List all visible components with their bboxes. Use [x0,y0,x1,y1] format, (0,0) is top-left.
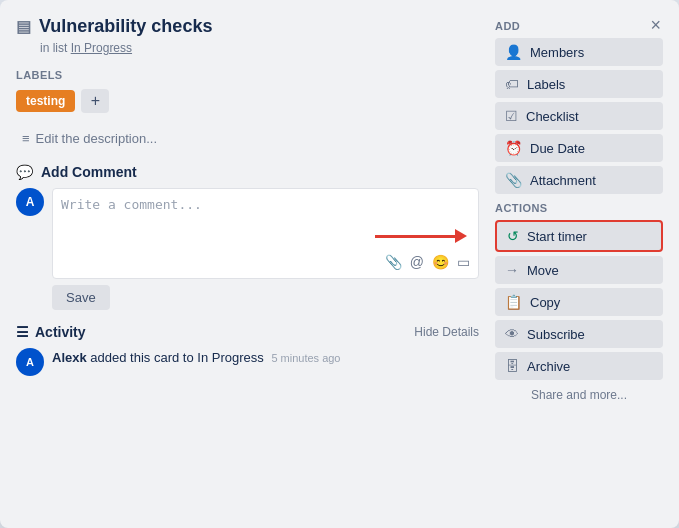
attachment-label: Attachment [530,173,596,188]
archive-button[interactable]: 🗄 Archive [495,352,663,380]
add-label-button[interactable]: + [81,89,109,113]
members-label: Members [530,45,584,60]
card-title: Vulnerability checks [39,16,212,37]
add-section-title: Add [495,20,663,32]
card-modal: × ▤ Vulnerability checks in list In Prog… [0,0,679,528]
activity-title: ☰ Activity [16,324,86,340]
modal-right: Add 👤 Members 🏷 Labels ☑ Checklist ⏰ Due… [495,16,663,406]
move-icon: → [505,262,519,278]
copy-icon: 📋 [505,294,522,310]
activity-header: ☰ Activity Hide Details [16,324,479,340]
due-date-icon: ⏰ [505,140,522,156]
attachment-icon[interactable]: 📎 [385,254,402,270]
due-date-button[interactable]: ⏰ Due Date [495,134,663,162]
in-list-link[interactable]: In Progress [71,41,132,55]
activity-icon: ☰ [16,324,29,340]
subscribe-icon: 👁 [505,326,519,342]
save-comment-button[interactable]: Save [52,285,110,310]
start-timer-button[interactable]: ↺ Start timer [495,220,663,252]
activity-text: Alexk added this card to In Progress 5 m… [52,348,341,368]
user-avatar: A [16,188,44,216]
add-comment-header: 💬 Add Comment [16,164,479,180]
close-button[interactable]: × [644,12,667,38]
subscribe-button[interactable]: 👁 Subscribe [495,320,663,348]
red-arrow [375,229,467,243]
mention-icon[interactable]: @ [410,254,424,270]
actions-section-title: Actions [495,202,663,214]
members-button[interactable]: 👤 Members [495,38,663,66]
checklist-icon: ☑ [505,108,518,124]
emoji-icon[interactable]: 😊 [432,254,449,270]
copy-label: Copy [530,295,560,310]
labels-section-label: Labels [16,69,479,81]
modal-body: ▤ Vulnerability checks in list In Progre… [16,16,663,406]
copy-button[interactable]: 📋 Copy [495,288,663,316]
start-timer-container: ↺ Start timer [495,220,663,252]
timer-icon: ↺ [507,228,519,244]
labels-row: testing + [16,89,479,113]
activity-action: added this card to In Progress [90,350,263,365]
card-icon: ▤ [16,17,31,36]
move-label: Move [527,263,559,278]
due-date-label: Due Date [530,141,585,156]
arrow-line [375,235,455,238]
actions-section: Actions ↺ Start timer → Move [495,202,663,406]
labels-label: Labels [527,77,565,92]
edit-description-link[interactable]: ≡ Edit the description... [16,127,479,150]
attachment-button[interactable]: 📎 Attachment [495,166,663,194]
activity-section: ☰ Activity Hide Details A Alexk added th… [16,324,479,376]
move-button[interactable]: → Move [495,256,663,284]
members-icon: 👤 [505,44,522,60]
in-list-line: in list In Progress [40,41,479,55]
comment-toolbar: 📎 @ 😊 ▭ [61,254,470,270]
activity-user: Alexk [52,350,87,365]
checklist-button[interactable]: ☑ Checklist [495,102,663,130]
labels-button[interactable]: 🏷 Labels [495,70,663,98]
card-insert-icon[interactable]: ▭ [457,254,470,270]
modal-title-row: ▤ Vulnerability checks [16,16,479,37]
label-badge-testing[interactable]: testing [16,90,75,112]
description-icon: ≡ [22,131,30,146]
modal-left: ▤ Vulnerability checks in list In Progre… [16,16,479,406]
activity-time: 5 minutes ago [271,352,340,364]
activity-item: A Alexk added this card to In Progress 5… [16,348,479,376]
share-more-link[interactable]: Share and more... [495,384,663,406]
hide-details-link[interactable]: Hide Details [414,325,479,339]
attachment-btn-icon: 📎 [505,172,522,188]
labels-icon: 🏷 [505,76,519,92]
archive-label: Archive [527,359,570,374]
arrow-head [455,229,467,243]
labels-section: Labels testing + [16,69,479,113]
archive-icon: 🗄 [505,358,519,374]
start-timer-label: Start timer [527,229,587,244]
comment-bubble-icon: 💬 [16,164,33,180]
subscribe-label: Subscribe [527,327,585,342]
checklist-label: Checklist [526,109,579,124]
activity-avatar: A [16,348,44,376]
